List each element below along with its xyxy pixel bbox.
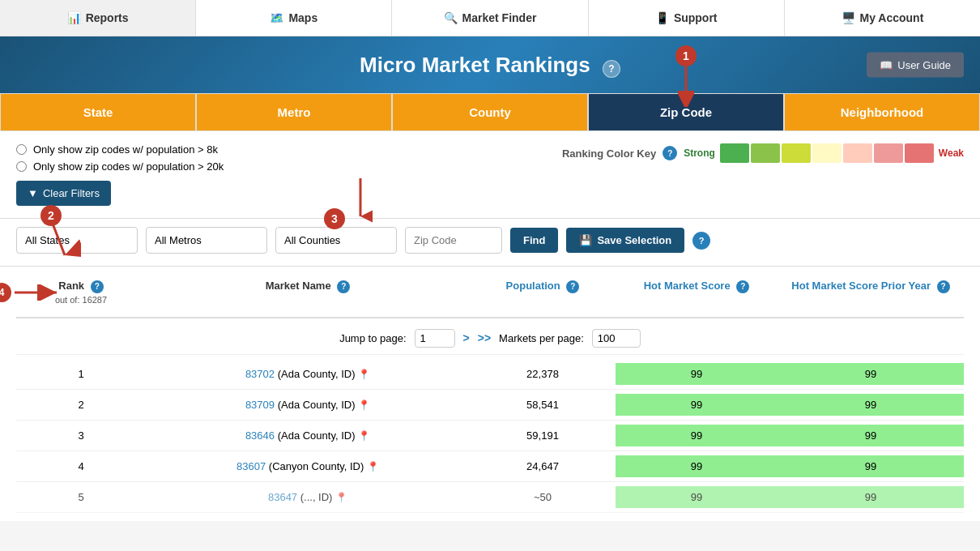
population-help-icon[interactable]: ? [566,280,579,293]
pin-icon-1[interactable]: 📍 [358,369,370,380]
table-row: 4 83607 (Canyon County, ID) 📍 24,647 99 … [16,451,964,482]
rank-help-icon[interactable]: ? [91,280,104,293]
last-page-button[interactable]: >> [478,331,491,344]
nav-maps-label: Maps [288,11,317,24]
nav-support-label: Support [674,11,718,24]
tab-neighborhood-label: Neighborhood [841,105,923,119]
county-3: (Ada County, ID) [278,429,358,442]
radio-group: Only show zip codes w/ population > 8k O… [16,143,224,173]
header-help-icon[interactable]: ? [603,60,620,78]
td-pop-1: 22,378 [470,363,616,385]
td-score-2: 99 [616,394,778,416]
pagination-row: Jump to page: 1 > >> Markets per page: 1… [16,322,964,355]
radio-20k-input[interactable] [16,161,27,172]
save-selection-label: Save Selection [597,234,671,246]
zip-link-2[interactable]: 83709 [245,399,275,411]
support-icon: 📱 [655,11,669,24]
swatch-1 [720,143,749,163]
strong-label: Strong [684,147,715,159]
page-select[interactable]: 1 [415,329,455,348]
tab-state[interactable]: State [0,93,196,131]
tab-zipcode[interactable]: Zip Code 1 [588,93,784,131]
filters-section: Only show zip codes w/ population > 8k O… [0,131,980,219]
pin-icon-5[interactable]: 📍 [335,492,347,503]
zip-link-5[interactable]: 83647 [268,491,297,503]
nav-support[interactable]: 📱 Support [589,0,785,36]
swatch-5 [843,143,872,163]
filter-icon: ▼ [28,187,38,199]
state-select[interactable]: All States [16,227,138,254]
nav-reports-label: Reports [86,11,129,24]
td-score-4: 99 [616,455,778,477]
county-2: (Ada County, ID) [278,399,358,411]
metro-dropdown-wrapper: All Metros [146,227,267,254]
td-score-3: 99 [616,425,778,446]
nav-maps[interactable]: 🗺️ Maps [196,0,392,36]
tab-neighborhood[interactable]: Neighborhood [784,93,980,131]
save-help-icon[interactable]: ? [692,232,710,250]
tab-metro-label: Metro [278,105,311,119]
county-dropdown-wrapper: All Counties 3 [275,227,397,254]
nav-my-account-label: My Account [860,11,924,24]
td-score-prior-3: 99 [778,425,964,446]
zip-link-3[interactable]: 83646 [245,429,275,442]
td-market-5: 83647 (..., ID) 📍 [146,486,470,508]
page-title: Micro Market Rankings ? [360,53,620,78]
header-banner: Micro Market Rankings ? 📖 User Guide [0,36,980,93]
annotation-badge-4: 4 [0,283,11,302]
radio-8k-input[interactable] [16,144,27,155]
hot-score-help-icon[interactable]: ? [736,280,749,293]
user-guide-label: User Guide [897,59,951,71]
save-selection-button[interactable]: 💾 Save Selection [566,228,684,253]
th-population: Population ? [470,275,616,310]
tab-zipcode-label: Zip Code [660,105,712,119]
radio-population-8k[interactable]: Only show zip codes w/ population > 8k [16,143,224,156]
jump-to-page-label: Jump to page: [339,332,406,344]
nav-reports[interactable]: 📊 Reports [0,0,196,36]
county-1: (Ada County, ID) [278,368,358,380]
markets-per-page-label: Markets per page: [499,332,584,344]
td-rank-3: 3 [16,425,146,446]
radio-20k-label: Only show zip codes w/ population > 20k [33,160,224,173]
state-dropdown-wrapper: All States [16,227,138,254]
zip-link-1[interactable]: 83702 [245,368,275,380]
nav-my-account[interactable]: 🖥️ My Account [785,0,980,36]
table-row: 3 83646 (Ada County, ID) 📍 59,191 99 99 [16,421,964,451]
td-rank-5: 5 [16,486,146,508]
my-account-icon: 🖥️ [842,11,855,24]
nav-market-finder-label: Market Finder [462,11,537,24]
tab-county[interactable]: County [392,93,588,131]
user-guide-button[interactable]: 📖 User Guide [867,53,964,78]
swatch-2 [751,143,780,163]
table-row: 1 83702 (Ada County, ID) 📍 22,378 99 99 [16,359,964,390]
zip-link-4[interactable]: 83607 [236,460,266,472]
zip-code-input[interactable] [405,227,502,254]
pin-icon-2[interactable]: 📍 [358,399,370,411]
page-title-text: Micro Market Rankings [360,53,590,77]
radio-population-20k[interactable]: Only show zip codes w/ population > 20k [16,160,224,173]
per-page-select[interactable]: 100 [592,329,641,348]
table-header: Rank ? out of: 16287 4 Market Name ? Pop… [16,275,964,318]
maps-icon: 🗺️ [270,11,283,24]
td-rank-4: 4 [16,455,146,477]
metro-select[interactable]: All Metros [146,227,267,254]
table-row: 2 83709 (Ada County, ID) 📍 58,541 99 99 [16,390,964,421]
pin-icon-4[interactable]: 📍 [367,461,379,472]
td-market-1: 83702 (Ada County, ID) 📍 [146,363,470,385]
tab-county-label: County [469,105,511,119]
tab-metro[interactable]: Metro [196,93,392,131]
next-page-button[interactable]: > [463,331,470,344]
hot-score-prior-help-icon[interactable]: ? [937,280,950,293]
find-button[interactable]: Find [510,228,558,253]
swatch-7 [905,143,934,163]
nav-market-finder[interactable]: 🔍 Market Finder [392,0,588,36]
market-finder-icon: 🔍 [444,11,458,24]
ranking-help-icon[interactable]: ? [663,146,677,160]
pin-icon-3[interactable]: 📍 [358,430,370,442]
county-5: (..., ID) [300,491,335,503]
td-pop-2: 58,541 [470,394,616,416]
county-select[interactable]: All Counties [275,227,397,254]
market-name-help-icon[interactable]: ? [337,280,350,293]
th-hot-market-score-prior: Hot Market Score Prior Year ? [778,275,964,310]
clear-filters-button[interactable]: ▼ Clear Filters [16,181,111,206]
